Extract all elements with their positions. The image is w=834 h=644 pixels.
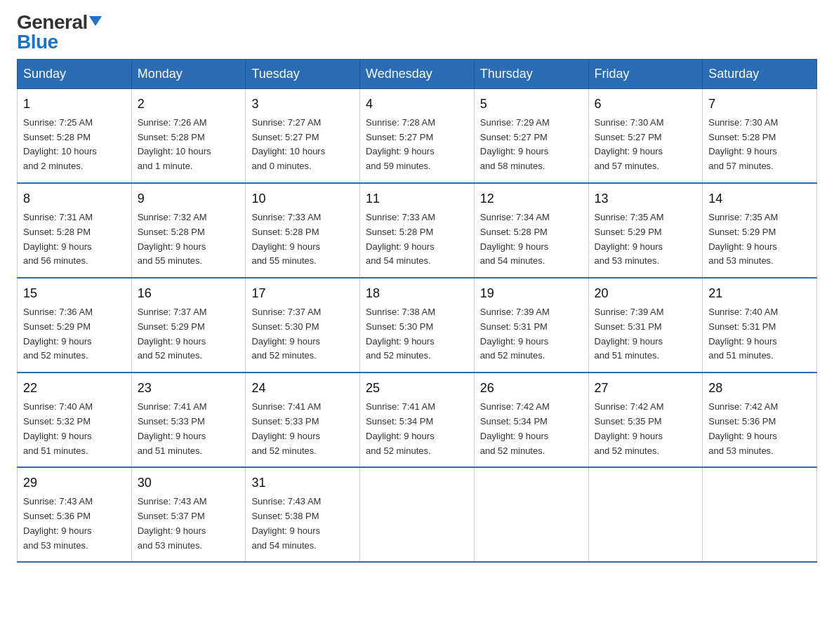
calendar-cell: 14Sunrise: 7:35 AM Sunset: 5:29 PM Dayli…	[703, 183, 817, 278]
day-number: 28	[708, 379, 811, 398]
calendar-cell: 27Sunrise: 7:42 AM Sunset: 5:35 PM Dayli…	[588, 373, 703, 467]
day-number: 16	[138, 284, 240, 304]
day-info: Sunrise: 7:33 AM Sunset: 5:28 PM Dayligh…	[251, 210, 354, 269]
calendar-cell: 25Sunrise: 7:41 AM Sunset: 5:34 PM Dayli…	[360, 373, 475, 467]
calendar-cell: 10Sunrise: 7:33 AM Sunset: 5:28 PM Dayli…	[246, 183, 360, 278]
calendar-cell: 28Sunrise: 7:42 AM Sunset: 5:36 PM Dayli…	[703, 373, 817, 467]
day-number: 10	[251, 189, 354, 209]
calendar-cell: 21Sunrise: 7:40 AM Sunset: 5:31 PM Dayli…	[703, 278, 817, 373]
calendar-cell: 8Sunrise: 7:31 AM Sunset: 5:28 PM Daylig…	[18, 183, 132, 278]
calendar-week-row: 15Sunrise: 7:36 AM Sunset: 5:29 PM Dayli…	[18, 278, 817, 373]
calendar-cell: 18Sunrise: 7:38 AM Sunset: 5:30 PM Dayli…	[360, 278, 475, 373]
day-info: Sunrise: 7:37 AM Sunset: 5:30 PM Dayligh…	[251, 305, 354, 363]
calendar-cell: 2Sunrise: 7:26 AM Sunset: 5:28 PM Daylig…	[131, 89, 246, 184]
calendar-week-row: 29Sunrise: 7:43 AM Sunset: 5:36 PM Dayli…	[18, 467, 817, 562]
day-info: Sunrise: 7:41 AM Sunset: 5:33 PM Dayligh…	[251, 400, 354, 458]
logo: General Blue	[17, 13, 102, 52]
calendar-header-row: SundayMondayTuesdayWednesdayThursdayFrid…	[18, 60, 817, 89]
day-number: 31	[251, 474, 354, 493]
day-info: Sunrise: 7:30 AM Sunset: 5:28 PM Dayligh…	[708, 116, 811, 174]
calendar-wrapper: SundayMondayTuesdayWednesdayThursdayFrid…	[0, 59, 834, 579]
day-info: Sunrise: 7:38 AM Sunset: 5:30 PM Dayligh…	[366, 305, 468, 363]
logo-blue: Blue	[17, 32, 58, 52]
calendar-cell	[588, 467, 703, 562]
calendar-cell: 30Sunrise: 7:43 AM Sunset: 5:37 PM Dayli…	[131, 467, 246, 562]
calendar-cell: 5Sunrise: 7:29 AM Sunset: 5:27 PM Daylig…	[474, 89, 588, 184]
day-info: Sunrise: 7:35 AM Sunset: 5:29 PM Dayligh…	[708, 210, 811, 269]
calendar-cell: 24Sunrise: 7:41 AM Sunset: 5:33 PM Dayli…	[246, 373, 360, 467]
day-info: Sunrise: 7:26 AM Sunset: 5:28 PM Dayligh…	[138, 116, 240, 174]
day-number: 21	[708, 284, 811, 304]
calendar-cell: 6Sunrise: 7:30 AM Sunset: 5:27 PM Daylig…	[588, 89, 703, 184]
calendar-cell: 13Sunrise: 7:35 AM Sunset: 5:29 PM Dayli…	[588, 183, 703, 278]
calendar-cell: 1Sunrise: 7:25 AM Sunset: 5:28 PM Daylig…	[18, 89, 132, 184]
logo-triangle-icon	[89, 16, 102, 26]
day-info: Sunrise: 7:41 AM Sunset: 5:33 PM Dayligh…	[138, 400, 240, 458]
day-info: Sunrise: 7:43 AM Sunset: 5:36 PM Dayligh…	[23, 495, 126, 553]
calendar-table: SundayMondayTuesdayWednesdayThursdayFrid…	[17, 59, 817, 563]
day-info: Sunrise: 7:42 AM Sunset: 5:35 PM Dayligh…	[595, 400, 697, 458]
day-info: Sunrise: 7:25 AM Sunset: 5:28 PM Dayligh…	[23, 116, 126, 174]
header-tuesday: Tuesday	[246, 60, 360, 89]
day-number: 1	[23, 95, 126, 114]
day-info: Sunrise: 7:39 AM Sunset: 5:31 PM Dayligh…	[480, 305, 583, 363]
calendar-cell	[703, 467, 817, 562]
calendar-cell: 26Sunrise: 7:42 AM Sunset: 5:34 PM Dayli…	[474, 373, 588, 467]
calendar-cell: 20Sunrise: 7:39 AM Sunset: 5:31 PM Dayli…	[588, 278, 703, 373]
day-info: Sunrise: 7:30 AM Sunset: 5:27 PM Dayligh…	[595, 116, 697, 174]
day-number: 3	[251, 95, 354, 114]
day-number: 17	[251, 284, 354, 304]
day-number: 14	[708, 189, 811, 209]
header-saturday: Saturday	[703, 60, 817, 89]
day-number: 13	[595, 189, 697, 209]
day-number: 9	[138, 189, 240, 209]
day-number: 12	[480, 189, 583, 209]
day-info: Sunrise: 7:34 AM Sunset: 5:28 PM Dayligh…	[480, 210, 583, 269]
calendar-cell: 23Sunrise: 7:41 AM Sunset: 5:33 PM Dayli…	[131, 373, 246, 467]
day-info: Sunrise: 7:31 AM Sunset: 5:28 PM Dayligh…	[23, 210, 126, 269]
calendar-cell: 3Sunrise: 7:27 AM Sunset: 5:27 PM Daylig…	[246, 89, 360, 184]
day-number: 24	[251, 379, 354, 398]
day-number: 19	[480, 284, 583, 304]
day-number: 30	[138, 474, 240, 493]
header-sunday: Sunday	[18, 60, 132, 89]
day-info: Sunrise: 7:41 AM Sunset: 5:34 PM Dayligh…	[366, 400, 468, 458]
day-number: 7	[708, 95, 811, 114]
day-info: Sunrise: 7:42 AM Sunset: 5:34 PM Dayligh…	[480, 400, 583, 458]
day-info: Sunrise: 7:33 AM Sunset: 5:28 PM Dayligh…	[366, 210, 468, 269]
page-header: General Blue	[0, 0, 834, 59]
calendar-cell: 12Sunrise: 7:34 AM Sunset: 5:28 PM Dayli…	[474, 183, 588, 278]
header-friday: Friday	[588, 60, 703, 89]
day-info: Sunrise: 7:29 AM Sunset: 5:27 PM Dayligh…	[480, 116, 583, 174]
calendar-week-row: 1Sunrise: 7:25 AM Sunset: 5:28 PM Daylig…	[18, 89, 817, 184]
day-info: Sunrise: 7:35 AM Sunset: 5:29 PM Dayligh…	[595, 210, 697, 269]
day-info: Sunrise: 7:40 AM Sunset: 5:31 PM Dayligh…	[708, 305, 811, 363]
calendar-cell: 22Sunrise: 7:40 AM Sunset: 5:32 PM Dayli…	[18, 373, 132, 467]
day-number: 8	[23, 189, 126, 209]
header-monday: Monday	[131, 60, 246, 89]
day-number: 5	[480, 95, 583, 114]
calendar-cell	[360, 467, 475, 562]
day-info: Sunrise: 7:36 AM Sunset: 5:29 PM Dayligh…	[23, 305, 126, 363]
day-info: Sunrise: 7:43 AM Sunset: 5:37 PM Dayligh…	[138, 495, 240, 553]
day-number: 25	[366, 379, 468, 398]
calendar-cell: 4Sunrise: 7:28 AM Sunset: 5:27 PM Daylig…	[360, 89, 475, 184]
day-info: Sunrise: 7:39 AM Sunset: 5:31 PM Dayligh…	[595, 305, 697, 363]
day-number: 20	[595, 284, 697, 304]
calendar-cell: 15Sunrise: 7:36 AM Sunset: 5:29 PM Dayli…	[18, 278, 132, 373]
calendar-week-row: 22Sunrise: 7:40 AM Sunset: 5:32 PM Dayli…	[18, 373, 817, 467]
calendar-cell: 9Sunrise: 7:32 AM Sunset: 5:28 PM Daylig…	[131, 183, 246, 278]
day-number: 11	[366, 189, 468, 209]
day-info: Sunrise: 7:37 AM Sunset: 5:29 PM Dayligh…	[138, 305, 240, 363]
calendar-cell: 29Sunrise: 7:43 AM Sunset: 5:36 PM Dayli…	[18, 467, 132, 562]
day-info: Sunrise: 7:28 AM Sunset: 5:27 PM Dayligh…	[366, 116, 468, 174]
day-number: 2	[138, 95, 240, 114]
header-wednesday: Wednesday	[360, 60, 475, 89]
calendar-cell: 11Sunrise: 7:33 AM Sunset: 5:28 PM Dayli…	[360, 183, 475, 278]
day-info: Sunrise: 7:43 AM Sunset: 5:38 PM Dayligh…	[251, 495, 354, 553]
day-info: Sunrise: 7:40 AM Sunset: 5:32 PM Dayligh…	[23, 400, 126, 458]
calendar-week-row: 8Sunrise: 7:31 AM Sunset: 5:28 PM Daylig…	[18, 183, 817, 278]
header-thursday: Thursday	[474, 60, 588, 89]
day-info: Sunrise: 7:32 AM Sunset: 5:28 PM Dayligh…	[138, 210, 240, 269]
day-info: Sunrise: 7:42 AM Sunset: 5:36 PM Dayligh…	[708, 400, 811, 458]
